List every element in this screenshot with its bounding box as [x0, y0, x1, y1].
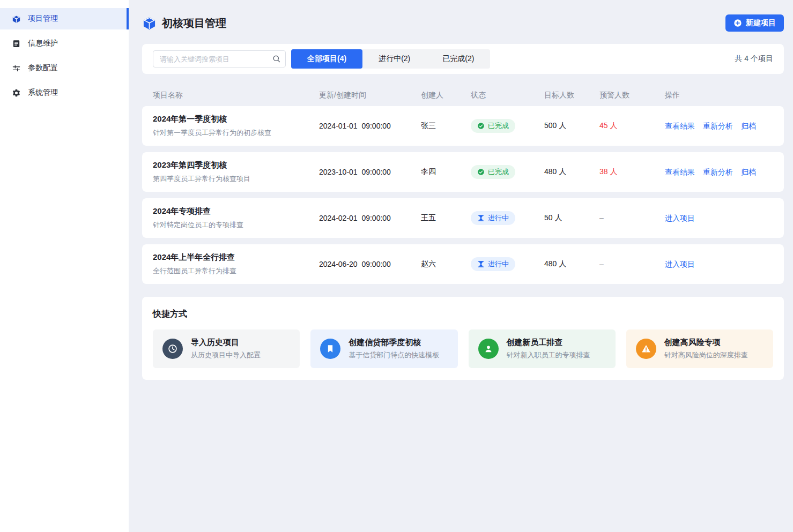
- warning-count: 45 人: [599, 121, 665, 131]
- project-description: 针对特定岗位员工的专项排查: [153, 220, 319, 230]
- new-project-button[interactable]: 新建项目: [725, 14, 784, 32]
- status-label: 进行中: [488, 213, 509, 223]
- project-count: 共 4 个项目: [735, 54, 773, 64]
- project-creator: 张三: [421, 121, 471, 131]
- shortcut-texts: 导入历史项目 从历史项目中导入配置: [191, 338, 261, 360]
- tab-all[interactable]: 全部项目(4): [291, 49, 362, 69]
- project-description: 第四季度员工异常行为核查项目: [153, 174, 319, 184]
- column-header: 更新/创建时间: [319, 91, 421, 100]
- clock-icon: [162, 339, 183, 359]
- project-creator: 王五: [421, 213, 471, 223]
- row-actions: 进入项目: [665, 213, 773, 223]
- sidebar-item-label: 参数配置: [28, 63, 58, 73]
- plus-circle-icon: [733, 19, 742, 27]
- shortcut-subtitle: 基于信贷部门特点的快速模板: [349, 350, 439, 360]
- action-reanalyze[interactable]: 重新分析: [703, 168, 733, 176]
- status-badge: 已完成: [471, 119, 515, 133]
- toolbar: 全部项目(4)进行中(2)已完成(2) 共 4 个项目: [142, 44, 784, 74]
- sidebar-item-projects[interactable]: 项目管理: [0, 8, 129, 29]
- table-row: 2024年上半年全行排查 全行范围员工异常行为排查 2024-06-20 09:…: [142, 244, 784, 284]
- sidebar-item-label: 项目管理: [28, 14, 58, 24]
- shortcut-high-risk[interactable]: 创建高风险专项 针对高风险岗位的深度排查: [626, 329, 773, 368]
- hourglass-icon: [477, 214, 485, 222]
- project-name: 2024年专项排查: [153, 206, 319, 216]
- page-header: 初核项目管理 新建项目: [142, 14, 784, 32]
- project-description: 全行范围员工异常行为排查: [153, 266, 319, 276]
- project-name: 2024年第一季度初核: [153, 114, 319, 124]
- column-header: 项目名称: [153, 91, 319, 100]
- status-cell: 进行中: [471, 257, 544, 271]
- status-cell: 已完成: [471, 119, 544, 133]
- app: 项目管理 信息维护 参数配置 系统管理 初核项目管理 新建项目: [0, 0, 793, 532]
- action-archive[interactable]: 归档: [741, 168, 756, 176]
- tab-done[interactable]: 已完成(2): [426, 49, 490, 69]
- action-archive[interactable]: 归档: [741, 122, 756, 130]
- sidebar-nav: 项目管理 信息维护 参数配置 系统管理: [0, 8, 129, 103]
- check-circle-icon: [477, 168, 485, 176]
- bookmark-icon: [320, 339, 340, 359]
- shortcut-texts: 创建高风险专项 针对高风险岗位的深度排查: [664, 338, 748, 360]
- sidebar-item-label: 信息维护: [28, 39, 58, 48]
- shortcut-title: 创建新员工排查: [507, 338, 590, 348]
- target-count: 500 人: [544, 121, 599, 131]
- warning-icon: [636, 339, 656, 359]
- hourglass-icon: [477, 260, 485, 268]
- action-enter-project[interactable]: 进入项目: [665, 214, 695, 222]
- user-icon: [478, 339, 499, 359]
- shortcut-title: 创建高风险专项: [664, 338, 748, 348]
- document-icon: [12, 39, 21, 48]
- project-list: 2024年第一季度初核 针对第一季度员工异常行为的初步核查 2024-01-01…: [142, 106, 784, 284]
- action-view-results[interactable]: 查看结果: [665, 168, 695, 176]
- tab-group: 全部项目(4)进行中(2)已完成(2): [291, 49, 490, 69]
- table-row: 2024年专项排查 针对特定岗位员工的专项排查 2024-02-01 09:00…: [142, 198, 784, 238]
- shortcut-import-history[interactable]: 导入历史项目 从历史项目中导入配置: [153, 329, 300, 368]
- project-time: 2023-10-01 09:00:00: [319, 168, 421, 176]
- action-reanalyze[interactable]: 重新分析: [703, 122, 733, 130]
- shortcut-texts: 创建新员工排查 针对新入职员工的专项排查: [507, 338, 590, 360]
- project-description: 针对第一季度员工异常行为的初步核查: [153, 128, 319, 138]
- column-header: 操作: [665, 91, 773, 100]
- shortcut-grid: 导入历史项目 从历史项目中导入配置 创建信贷部季度初核 基于信贷部门特点的快速模…: [153, 329, 773, 368]
- project-time: 2024-01-01 09:00:00: [319, 122, 421, 130]
- action-view-results[interactable]: 查看结果: [665, 122, 695, 130]
- status-label: 进行中: [488, 259, 509, 269]
- target-count: 480 人: [544, 167, 599, 177]
- gear-icon: [12, 88, 21, 98]
- project-creator: 李四: [421, 167, 471, 177]
- action-enter-project[interactable]: 进入项目: [665, 260, 695, 268]
- row-actions: 查看结果重新分析归档: [665, 121, 773, 131]
- sidebar-item-system[interactable]: 系统管理: [0, 82, 129, 103]
- column-header: 状态: [471, 91, 544, 100]
- project-name-cell: 2024年专项排查 针对特定岗位员工的专项排查: [153, 206, 319, 230]
- shortcut-credit-quarterly[interactable]: 创建信贷部季度初核 基于信贷部门特点的快速模板: [310, 329, 457, 368]
- check-circle-icon: [477, 122, 485, 130]
- page-title-wrap: 初核项目管理: [142, 16, 226, 31]
- cube-icon: [142, 16, 157, 31]
- search-input[interactable]: [153, 50, 286, 68]
- shortcut-subtitle: 针对高风险岗位的深度排查: [664, 350, 748, 360]
- tab-running[interactable]: 进行中(2): [362, 49, 426, 69]
- project-time: 2024-02-01 09:00:00: [319, 214, 421, 222]
- row-actions: 查看结果重新分析归档: [665, 167, 773, 177]
- target-count: 480 人: [544, 259, 599, 269]
- sidebar-item-params[interactable]: 参数配置: [0, 57, 129, 79]
- target-count: 50 人: [544, 213, 599, 223]
- column-header: 预警人数: [599, 91, 665, 100]
- page-title: 初核项目管理: [162, 16, 226, 31]
- shortcut-subtitle: 从历史项目中导入配置: [191, 350, 261, 360]
- warning-count: 38 人: [599, 167, 665, 177]
- new-project-label: 新建项目: [746, 18, 776, 28]
- shortcut-title: 导入历史项目: [191, 338, 261, 348]
- status-badge: 进行中: [471, 257, 515, 271]
- status-cell: 已完成: [471, 165, 544, 179]
- main-content: 初核项目管理 新建项目 全部项目(4)进行中(2)已完成(2) 共 4 个项目 …: [129, 0, 793, 532]
- sidebar-item-info[interactable]: 信息维护: [0, 33, 129, 54]
- warning-count: –: [599, 260, 665, 268]
- shortcut-new-employee[interactable]: 创建新员工排查 针对新入职员工的专项排查: [469, 329, 616, 368]
- table-row: 2023年第四季度初核 第四季度员工异常行为核查项目 2023-10-01 09…: [142, 152, 784, 192]
- project-creator: 赵六: [421, 259, 471, 269]
- search-icon[interactable]: [272, 54, 281, 63]
- column-header: 目标人数: [544, 91, 599, 100]
- project-name-cell: 2023年第四季度初核 第四季度员工异常行为核查项目: [153, 160, 319, 184]
- sidebar-item-label: 系统管理: [28, 88, 58, 98]
